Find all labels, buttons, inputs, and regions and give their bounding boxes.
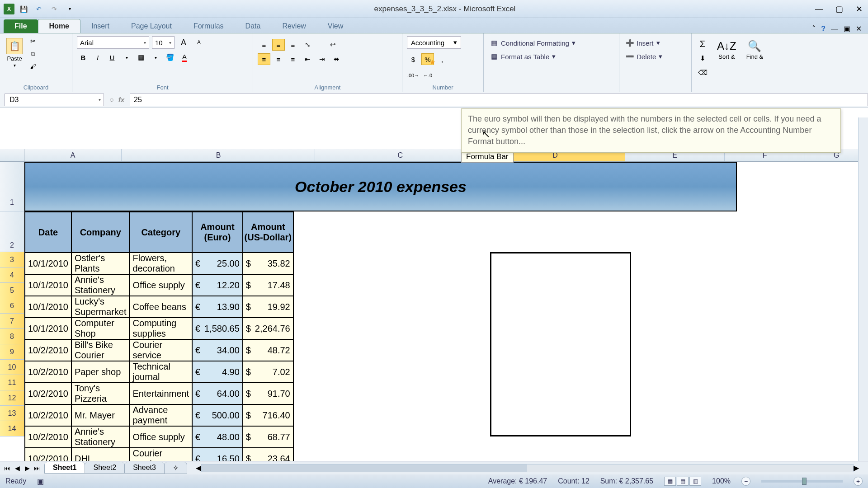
format-painter-icon[interactable]: 🖌: [27, 61, 39, 71]
cell-euro[interactable]: €12.20: [192, 274, 243, 296]
excel-icon[interactable]: X: [4, 4, 14, 14]
fx-icon[interactable]: fx: [118, 96, 124, 104]
font-size-combo[interactable]: 10▾: [152, 36, 175, 49]
cell-usd[interactable]: $48.72: [243, 339, 293, 361]
undo-icon[interactable]: ↶: [33, 4, 45, 14]
tab-review[interactable]: Review: [271, 19, 316, 33]
cell-euro[interactable]: €4.90: [192, 361, 243, 383]
tab-home[interactable]: Home: [38, 19, 80, 33]
cell-date[interactable]: 10/2/2010: [25, 426, 71, 448]
cell-category[interactable]: Courier service: [129, 339, 192, 361]
cell-date[interactable]: 10/2/2010: [25, 361, 71, 383]
align-top-icon[interactable]: ≡: [258, 39, 270, 51]
border-button[interactable]: ▦: [135, 52, 147, 63]
minimize-ribbon-icon[interactable]: ˄: [812, 24, 816, 33]
increase-indent-icon[interactable]: ⇥: [316, 53, 328, 65]
cell-date[interactable]: 10/2/2010: [25, 339, 71, 361]
fill-color-button[interactable]: 🪣: [164, 52, 176, 63]
tab-nav-prev-icon[interactable]: ◀: [13, 465, 22, 472]
cell-usd[interactable]: $91.70: [243, 383, 293, 404]
tab-nav-last-icon[interactable]: ⏭: [33, 465, 42, 472]
cell-usd[interactable]: $17.48: [243, 274, 293, 296]
row-header-9[interactable]: 9: [0, 344, 24, 360]
sheet-tab-1[interactable]: Sheet1: [44, 462, 85, 474]
tab-data[interactable]: Data: [235, 19, 272, 33]
percent-format-icon[interactable]: % ★: [421, 53, 434, 65]
fill-icon[interactable]: ⬇: [696, 52, 709, 64]
redo-icon[interactable]: ↷: [48, 4, 61, 14]
zoom-slider[interactable]: [761, 480, 843, 483]
accounting-format-icon[interactable]: $: [407, 53, 420, 65]
cell-category[interactable]: Courier service: [129, 448, 192, 461]
merge-center-icon[interactable]: ⬌: [330, 53, 343, 65]
cell-date[interactable]: 10/1/2010: [25, 296, 71, 318]
cell-category[interactable]: Technical journal: [129, 361, 192, 383]
tab-formulas[interactable]: Formulas: [183, 19, 235, 33]
select-all-corner[interactable]: [0, 149, 24, 161]
row-header-6[interactable]: 6: [0, 298, 24, 314]
orientation-icon[interactable]: ⤡: [301, 39, 314, 51]
cell-usd[interactable]: $35.82: [243, 253, 293, 274]
clear-icon[interactable]: ⌫: [696, 67, 709, 79]
tab-nav-first-icon[interactable]: ⏮: [3, 465, 12, 472]
sort-filter-button[interactable]: A↓Z Sort &: [715, 38, 738, 62]
cell-company[interactable]: Mr. Mayer: [71, 404, 130, 426]
tab-view[interactable]: View: [317, 19, 354, 33]
cell-company[interactable]: Paper shop: [71, 361, 130, 383]
row-header-10[interactable]: 10: [0, 360, 24, 375]
window-restore-icon[interactable]: ▣: [844, 24, 850, 33]
cell-company[interactable]: Tony's Pizzeria: [71, 383, 130, 404]
save-icon[interactable]: 💾: [17, 4, 30, 14]
cell-company[interactable]: Ostler's Plants: [71, 253, 130, 274]
cell-date[interactable]: 10/1/2010: [25, 253, 71, 274]
window-close-icon[interactable]: ✕: [856, 24, 862, 33]
comma-format-icon[interactable]: ,: [436, 53, 448, 65]
view-normal-icon[interactable]: ▦: [664, 477, 676, 486]
cell-category[interactable]: Office supply: [129, 426, 192, 448]
formula-bar-input[interactable]: 25: [130, 94, 868, 106]
cell-category[interactable]: Entertainment: [129, 383, 192, 404]
hscroll-right-icon[interactable]: ▶: [854, 464, 859, 472]
cell-usd[interactable]: $7.02: [243, 361, 293, 383]
delete-cells-button[interactable]: ➖Delete ▾: [624, 52, 687, 61]
row-header-4[interactable]: 4: [0, 267, 24, 283]
row-header-2[interactable]: 2: [0, 211, 24, 252]
cell-company[interactable]: DHL: [71, 448, 130, 461]
horizontal-scrollbar[interactable]: ◀ ▶: [187, 464, 868, 472]
cell-usd[interactable]: $19.92: [243, 296, 293, 318]
cell-category[interactable]: Coffee beans: [129, 296, 192, 318]
number-format-combo[interactable]: Accounting▾: [407, 36, 461, 49]
cell-company[interactable]: Annie's Stationery: [71, 274, 130, 296]
cell-euro[interactable]: €34.00: [192, 339, 243, 361]
tab-file[interactable]: File: [4, 19, 38, 33]
cell-euro[interactable]: €64.00: [192, 383, 243, 404]
cell-euro[interactable]: €25.00: [192, 253, 243, 274]
copy-icon[interactable]: ⧉: [27, 49, 39, 59]
zoom-level[interactable]: 100%: [712, 477, 731, 485]
bold-button[interactable]: B: [77, 52, 90, 63]
col-header-C[interactable]: C: [315, 149, 485, 161]
border-dropdown-icon[interactable]: ▾: [149, 52, 162, 63]
row-header-5[interactable]: 5: [0, 283, 24, 298]
cell-date[interactable]: 10/1/2010: [25, 274, 71, 296]
increase-decimal-icon[interactable]: .00→: [407, 70, 420, 81]
cell-company[interactable]: Bill's Bike Courier: [71, 339, 130, 361]
hscroll-left-icon[interactable]: ◀: [196, 464, 201, 472]
cell-category[interactable]: Flowers, decoration: [129, 253, 192, 274]
cancel-formula-icon[interactable]: ○: [109, 96, 114, 104]
zoom-in-button[interactable]: +: [854, 477, 863, 486]
view-page-layout-icon[interactable]: ▤: [677, 477, 689, 486]
cell-usd[interactable]: $68.77: [243, 426, 293, 448]
font-color-button[interactable]: A: [178, 52, 191, 63]
find-select-button[interactable]: 🔍 Find &: [745, 38, 765, 62]
cell-date[interactable]: 10/2/2010: [25, 404, 71, 426]
font-name-combo[interactable]: Arial▾: [77, 36, 149, 49]
cell-category[interactable]: Office supply: [129, 274, 192, 296]
cell-euro[interactable]: €1,580.65: [192, 318, 243, 339]
align-middle-icon[interactable]: ≡: [272, 39, 285, 51]
tab-nav-next-icon[interactable]: ▶: [23, 465, 32, 472]
sheet-tab-3[interactable]: Sheet3: [124, 462, 165, 474]
decrease-decimal-icon[interactable]: ←.0: [421, 70, 434, 81]
maximize-button[interactable]: ▢: [834, 4, 844, 14]
cell-euro[interactable]: €500.00: [192, 404, 243, 426]
